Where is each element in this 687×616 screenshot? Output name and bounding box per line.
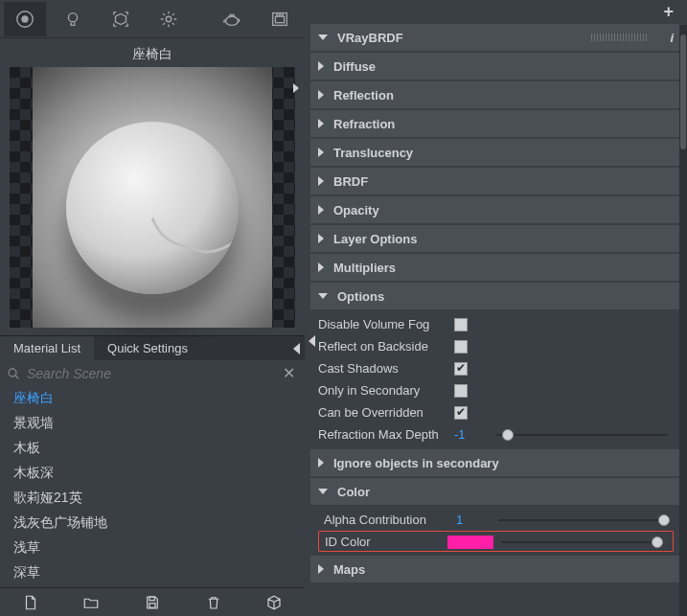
- section-translucency[interactable]: Translucency: [310, 139, 681, 166]
- preview-panel: 座椅白: [0, 38, 305, 335]
- list-item[interactable]: 座椅白: [4, 386, 305, 411]
- tab-quick-settings[interactable]: Quick Settings: [94, 336, 201, 360]
- svg-point-9: [282, 13, 283, 14]
- id-color-swatch[interactable]: [447, 536, 493, 549]
- section-multipliers[interactable]: Multipliers: [310, 254, 681, 281]
- list-item[interactable]: 深草: [4, 560, 305, 585]
- section-options[interactable]: Options: [310, 283, 681, 309]
- panel-collapse-left[interactable]: [305, 330, 318, 353]
- section-title: BRDF: [333, 174, 368, 189]
- add-button[interactable]: +: [663, 2, 674, 22]
- section-layer-options[interactable]: Layer Options: [310, 225, 681, 252]
- list-item[interactable]: 木板深: [4, 461, 305, 486]
- left-tabs: Material List Quick Settings: [0, 335, 305, 360]
- preview-expand-right[interactable]: [289, 77, 303, 100]
- package-icon[interactable]: [265, 594, 283, 611]
- tabs-collapse-left[interactable]: [287, 336, 305, 360]
- svg-point-3: [166, 16, 172, 22]
- id-color-row: ID Color: [318, 531, 674, 552]
- options-body: Disable Volume Fog Reflect on Backside C…: [310, 309, 681, 447]
- svg-rect-12: [149, 603, 155, 607]
- section-reflection[interactable]: Reflection: [310, 81, 681, 108]
- section-title: Refraction: [333, 117, 395, 131]
- chevron-right-icon: [318, 458, 324, 468]
- chevron-right-icon: [318, 262, 324, 272]
- section-title: Diffuse: [333, 59, 376, 74]
- only-in-secondary-checkbox[interactable]: [454, 384, 468, 398]
- section-title: Ignore objects in secondary: [333, 456, 499, 470]
- section-color[interactable]: Color: [310, 478, 681, 505]
- can-be-overridden-checkbox[interactable]: [454, 406, 468, 420]
- tool-light[interactable]: [52, 2, 94, 36]
- preview-checker: [10, 67, 295, 328]
- section-brdf[interactable]: BRDF: [310, 168, 681, 194]
- refraction-max-depth-value[interactable]: -1: [454, 427, 487, 442]
- refraction-max-depth-slider[interactable]: [496, 434, 668, 436]
- opt-label: Disable Volume Fog: [318, 317, 445, 331]
- top-toolbar: [0, 0, 305, 38]
- chevron-right-icon: [318, 176, 324, 186]
- search-input[interactable]: [27, 366, 273, 381]
- material-list: 座椅白 景观墙 木板 木板深 歌莉娅21英 浅灰色广场铺地 浅草 深草 窗框 马…: [0, 386, 305, 587]
- section-title: Color: [337, 485, 370, 499]
- section-title: Translucency: [333, 146, 413, 160]
- list-item[interactable]: 木板: [4, 436, 305, 461]
- svg-rect-6: [275, 16, 284, 22]
- section-diffuse[interactable]: Diffuse: [310, 53, 681, 80]
- right-scrollbar[interactable]: [679, 25, 687, 616]
- scrollbar-thumb[interactable]: [680, 34, 686, 149]
- list-item[interactable]: 歌莉娅21英: [4, 486, 305, 511]
- search-clear[interactable]: ✕: [279, 364, 299, 382]
- svg-point-4: [226, 16, 239, 25]
- section-maps[interactable]: Maps: [310, 556, 681, 582]
- svg-rect-11: [149, 597, 154, 601]
- save-icon[interactable]: [144, 594, 161, 611]
- file-new-icon[interactable]: [22, 594, 39, 611]
- opt-label: Alpha Contribution: [324, 513, 447, 527]
- tab-material-list[interactable]: Material List: [0, 336, 94, 360]
- section-title: Multipliers: [333, 261, 396, 275]
- bottom-toolbar: [0, 587, 305, 616]
- tool-geometry[interactable]: [100, 2, 142, 36]
- trash-icon[interactable]: [205, 594, 222, 611]
- section-ignore[interactable]: Ignore objects in secondary: [310, 449, 681, 476]
- tool-settings[interactable]: [148, 2, 190, 36]
- chevron-right-icon: [318, 61, 324, 71]
- tool-material-ball[interactable]: [4, 2, 46, 36]
- list-item[interactable]: 浅草: [4, 536, 305, 560]
- id-color-slider[interactable]: [501, 541, 661, 543]
- svg-point-1: [21, 15, 28, 22]
- section-vraybrdf[interactable]: VRayBRDF i: [310, 24, 681, 51]
- chevron-right-icon: [318, 90, 324, 100]
- svg-point-10: [9, 369, 16, 376]
- tool-teapot[interactable]: [211, 2, 253, 36]
- chevron-right-icon: [318, 205, 324, 215]
- chevron-down-icon: [318, 293, 328, 299]
- list-item[interactable]: 景观墙: [4, 411, 305, 436]
- chevron-right-icon: [318, 119, 324, 128]
- chevron-right-icon: [318, 564, 324, 574]
- chevron-down-icon: [318, 489, 328, 494]
- chevron-down-icon: [318, 34, 328, 40]
- drag-handle[interactable]: [591, 34, 649, 41]
- svg-point-7: [277, 13, 278, 14]
- right-topbar: +: [305, 0, 687, 23]
- info-icon[interactable]: i: [670, 31, 674, 45]
- section-title: Reflection: [333, 88, 394, 103]
- reflect-on-backside-checkbox[interactable]: [454, 340, 468, 354]
- chevron-right-icon: [318, 148, 324, 157]
- alpha-contribution-slider[interactable]: [498, 519, 668, 521]
- opt-label: Refraction Max Depth: [318, 427, 445, 442]
- folder-open-icon[interactable]: [82, 594, 100, 611]
- cast-shadows-checkbox[interactable]: [454, 362, 468, 376]
- preview-title: 座椅白: [10, 42, 295, 67]
- list-item[interactable]: 浅灰色广场铺地: [4, 511, 305, 536]
- opt-label: Reflect on Backside: [318, 339, 445, 354]
- disable-volume-fog-checkbox[interactable]: [454, 318, 468, 331]
- svg-point-2: [68, 12, 77, 21]
- tool-render[interactable]: [259, 2, 301, 36]
- alpha-contribution-value[interactable]: 1: [456, 513, 489, 527]
- section-title: VRayBRDF: [337, 31, 403, 45]
- section-opacity[interactable]: Opacity: [310, 196, 681, 223]
- section-refraction[interactable]: Refraction: [310, 110, 681, 137]
